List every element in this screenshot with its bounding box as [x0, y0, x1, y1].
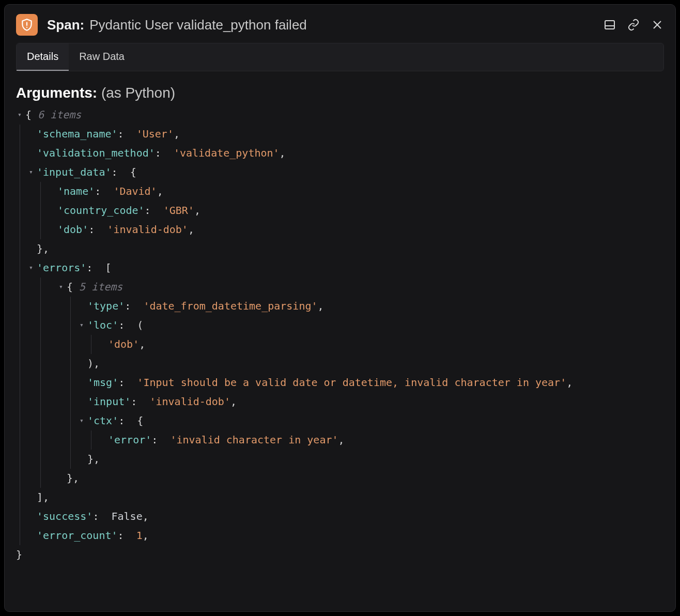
- chevron-down-icon[interactable]: ▾: [78, 414, 85, 427]
- span-detail-panel: Span: Pydantic User validate_python fail…: [4, 4, 676, 612]
- header-actions: [603, 18, 664, 32]
- kv-success: 'success': False,: [37, 507, 664, 526]
- loc-item: 'dob',: [108, 335, 664, 354]
- kv-ctx-key: 'ctx': [87, 411, 118, 430]
- kv-loc-key: 'loc': [87, 316, 118, 335]
- arguments-tree: ▾ { 6 items 'schema_name': 'User', 'vali…: [16, 105, 664, 564]
- chevron-down-icon[interactable]: ▾: [57, 281, 65, 293]
- title-label: Span:: [47, 17, 84, 33]
- item-count: 6 items: [38, 105, 81, 125]
- kv-errors-key: 'errors': [37, 258, 86, 278]
- svg-point-1: [26, 27, 27, 28]
- svg-rect-2: [605, 21, 614, 29]
- kv-schema-name: 'schema_name': 'User',: [37, 125, 664, 144]
- kv-validation-method: 'validation_method': 'validate_python',: [37, 144, 664, 163]
- kv-msg: 'msg': 'Input should be a valid date or …: [87, 373, 664, 392]
- tab-raw-data[interactable]: Raw Data: [69, 43, 135, 71]
- content-area: Arguments: (as Python) ▾ { 6 items 'sche…: [5, 75, 675, 611]
- link-icon[interactable]: [627, 18, 640, 32]
- tabs: Details Raw Data: [16, 43, 664, 71]
- kv-error-count: 'error_count': 1,: [37, 526, 664, 545]
- open-brace: {: [25, 105, 38, 125]
- kv-ctx-error: 'error': 'invalid character in year',: [108, 430, 664, 450]
- close-icon[interactable]: [651, 18, 664, 32]
- panel-title: Span: Pydantic User validate_python fail…: [47, 17, 603, 33]
- panel-header: Span: Pydantic User validate_python fail…: [5, 5, 675, 43]
- tab-details[interactable]: Details: [17, 43, 69, 71]
- heading-label: Arguments:: [16, 85, 97, 101]
- error-item-count: 5 items: [79, 278, 122, 297]
- section-heading: Arguments: (as Python): [16, 85, 664, 101]
- kv-type: 'type': 'date_from_datetime_parsing',: [87, 297, 664, 316]
- close-brace: }: [16, 545, 22, 564]
- chevron-down-icon[interactable]: ▾: [78, 319, 85, 331]
- kv-input-data-key: 'input_data': [37, 163, 112, 182]
- kv-country-code: 'country_code': 'GBR',: [57, 201, 664, 220]
- chevron-down-icon[interactable]: ▾: [27, 166, 35, 178]
- layout-split-icon[interactable]: [603, 18, 616, 32]
- kv-input: 'input': 'invalid-dob',: [87, 392, 664, 411]
- heading-suffix: (as Python): [101, 85, 175, 101]
- title-value: Pydantic User validate_python failed: [89, 17, 307, 33]
- kv-name: 'name': 'David',: [57, 182, 664, 201]
- kv-dob: 'dob': 'invalid-dob',: [57, 220, 664, 239]
- chevron-down-icon[interactable]: ▾: [16, 109, 23, 121]
- shield-warning-icon: [16, 14, 38, 36]
- chevron-down-icon[interactable]: ▾: [27, 261, 35, 274]
